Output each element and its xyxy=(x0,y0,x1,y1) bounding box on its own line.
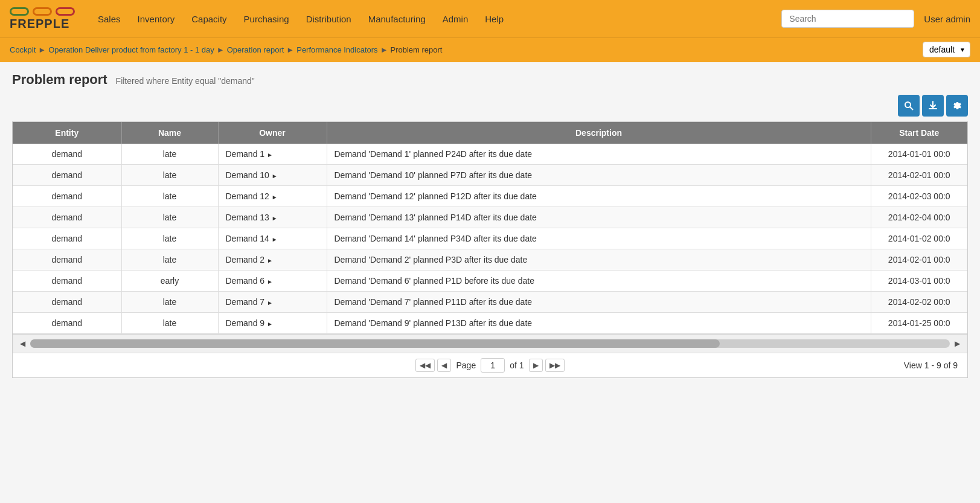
nav-capacity[interactable]: Capacity xyxy=(183,9,235,29)
table-wrapper: Entity Name Owner Description Start Date… xyxy=(12,121,968,378)
nav-distribution[interactable]: Distribution xyxy=(298,9,360,29)
nav-inventory[interactable]: Inventory xyxy=(129,9,184,29)
cell-name: late xyxy=(121,249,218,271)
cell-owner[interactable]: Demand 13 ► xyxy=(218,207,327,228)
owner-link[interactable]: Demand 13 xyxy=(226,213,269,222)
owner-arrow: ► xyxy=(267,257,273,264)
cell-name: late xyxy=(121,165,218,186)
cell-description: Demand 'Demand 7' planned P11D after its… xyxy=(327,292,871,313)
search-icon xyxy=(904,101,914,111)
cell-owner[interactable]: Demand 7 ► xyxy=(218,292,327,313)
nav-admin[interactable]: Admin xyxy=(434,9,477,29)
pagination-row: ◀◀ ◀ Page of 1 ▶ ▶▶ View 1 - 9 of 9 xyxy=(13,353,967,377)
cell-start-date: 2014-03-01 00:0 xyxy=(871,271,967,292)
cell-description: Demand 'Demand 1' planned P24D after its… xyxy=(327,144,871,165)
cell-start-date: 2014-02-03 00:0 xyxy=(871,186,967,207)
logo-icon-orange xyxy=(33,7,52,16)
cell-entity: demand xyxy=(13,228,121,249)
page-label: Page xyxy=(456,360,476,370)
cell-owner[interactable]: Demand 1 ► xyxy=(218,144,327,165)
last-page-button[interactable]: ▶▶ xyxy=(545,359,565,372)
settings-button[interactable] xyxy=(946,95,968,117)
first-page-button[interactable]: ◀◀ xyxy=(415,359,435,372)
next-page-button[interactable]: ▶ xyxy=(529,359,543,372)
nav-manufacturing[interactable]: Manufacturing xyxy=(360,9,434,29)
cell-description: Demand 'Demand 13' planned P14D after it… xyxy=(327,207,871,228)
col-header-startdate[interactable]: Start Date xyxy=(871,122,967,144)
cell-owner[interactable]: Demand 6 ► xyxy=(218,271,327,292)
cell-name: late xyxy=(121,186,218,207)
table-row: demandlateDemand 1 ►Demand 'Demand 1' pl… xyxy=(13,144,967,165)
table-row: demandlateDemand 7 ►Demand 'Demand 7' pl… xyxy=(13,292,967,313)
page-title-row: Problem report Filtered where Entity equ… xyxy=(12,72,968,88)
breadcrumb-performance[interactable]: Performance Indicators xyxy=(296,45,377,54)
table-row: demandlateDemand 2 ►Demand 'Demand 2' pl… xyxy=(13,249,967,271)
col-header-description[interactable]: Description xyxy=(327,122,871,144)
scroll-left-arrow[interactable]: ◀ xyxy=(18,338,28,349)
scenario-wrapper[interactable]: default xyxy=(923,42,970,57)
table-header-row: Entity Name Owner Description Start Date xyxy=(13,122,967,144)
nav-sales[interactable]: Sales xyxy=(89,9,129,29)
cell-owner[interactable]: Demand 10 ► xyxy=(218,165,327,186)
sep3: ► xyxy=(286,45,294,54)
nav-purchasing[interactable]: Purchasing xyxy=(235,9,298,29)
owner-link[interactable]: Demand 12 xyxy=(226,191,269,201)
search-button[interactable] xyxy=(898,95,920,117)
cell-entity: demand xyxy=(13,144,121,165)
scroll-right-arrow[interactable]: ▶ xyxy=(952,338,962,349)
cell-description: Demand 'Demand 12' planned P12D after it… xyxy=(327,186,871,207)
sep2: ► xyxy=(217,45,225,54)
owner-link[interactable]: Demand 2 xyxy=(226,255,265,264)
user-admin[interactable]: User admin xyxy=(924,14,970,24)
scenario-select[interactable]: default xyxy=(923,42,970,57)
svg-line-1 xyxy=(910,107,913,110)
owner-link[interactable]: Demand 9 xyxy=(226,318,265,328)
cell-owner[interactable]: Demand 14 ► xyxy=(218,228,327,249)
col-header-name[interactable]: Name xyxy=(121,122,218,144)
cell-description: Demand 'Demand 6' planned P1D before its… xyxy=(327,271,871,292)
download-button[interactable] xyxy=(922,95,944,117)
prev-page-button[interactable]: ◀ xyxy=(437,359,451,372)
breadcrumb-operation-report[interactable]: Operation report xyxy=(227,45,284,54)
cell-start-date: 2014-01-25 00:0 xyxy=(871,313,967,334)
logo[interactable]: FREPPLE xyxy=(10,7,75,31)
owner-link[interactable]: Demand 10 xyxy=(226,170,269,180)
action-buttons xyxy=(12,95,968,117)
owner-link[interactable]: Demand 7 xyxy=(226,297,265,307)
col-header-owner[interactable]: Owner xyxy=(218,122,327,144)
owner-arrow: ► xyxy=(272,236,278,243)
cell-description: Demand 'Demand 10' planned P7D after its… xyxy=(327,165,871,186)
page-content: Problem report Filtered where Entity equ… xyxy=(0,62,980,388)
col-header-entity[interactable]: Entity xyxy=(13,122,121,144)
cell-owner[interactable]: Demand 2 ► xyxy=(218,249,327,271)
page-of: of 1 xyxy=(510,360,524,370)
problem-table: Entity Name Owner Description Start Date… xyxy=(13,122,967,334)
owner-arrow: ► xyxy=(272,194,278,200)
owner-link[interactable]: Demand 14 xyxy=(226,234,269,243)
table-body: demandlateDemand 1 ►Demand 'Demand 1' pl… xyxy=(13,144,967,334)
breadcrumb-cockpit[interactable]: Cockpit xyxy=(10,45,36,54)
owner-link[interactable]: Demand 1 xyxy=(226,149,265,159)
cell-start-date: 2014-02-01 00:0 xyxy=(871,165,967,186)
table-row: demandlateDemand 10 ►Demand 'Demand 10' … xyxy=(13,165,967,186)
cell-description: Demand 'Demand 2' planned P3D after its … xyxy=(327,249,871,271)
breadcrumb-operation[interactable]: Operation Deliver product from factory 1… xyxy=(48,45,214,54)
cell-name: late xyxy=(121,292,218,313)
cell-owner[interactable]: Demand 9 ► xyxy=(218,313,327,334)
owner-link[interactable]: Demand 6 xyxy=(226,276,265,286)
settings-icon xyxy=(952,101,962,111)
table-row: demandearlyDemand 6 ►Demand 'Demand 6' p… xyxy=(13,271,967,292)
owner-arrow: ► xyxy=(272,173,278,179)
page-title: Problem report xyxy=(12,72,107,87)
scroll-track[interactable] xyxy=(30,339,950,348)
horizontal-scrollbar[interactable]: ◀ ▶ xyxy=(13,334,967,353)
cell-start-date: 2014-01-02 00:0 xyxy=(871,228,967,249)
search-input[interactable] xyxy=(781,10,914,28)
cell-owner[interactable]: Demand 12 ► xyxy=(218,186,327,207)
page-input[interactable] xyxy=(481,358,505,373)
nav-help[interactable]: Help xyxy=(476,9,512,29)
logo-icons xyxy=(10,7,75,16)
cell-entity: demand xyxy=(13,186,121,207)
cell-entity: demand xyxy=(13,249,121,271)
top-nav: FREPPLE Sales Inventory Capacity Purchas… xyxy=(0,0,980,37)
